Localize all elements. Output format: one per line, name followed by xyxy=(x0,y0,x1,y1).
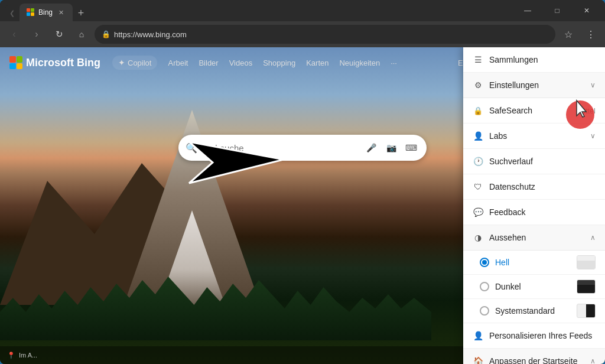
microsoft-logo xyxy=(9,56,22,69)
search-container: 🔍 🎤 📷 ⌨ xyxy=(178,135,427,161)
systemstandard-preview xyxy=(577,304,596,318)
personalisieren-icon: 👤 xyxy=(473,330,483,341)
maximize-button[interactable]: □ xyxy=(544,1,571,20)
radio-hell xyxy=(480,258,489,267)
datenschutz-icon: 🛡 xyxy=(473,181,483,192)
tab-bar: ❮ Bing ✕ + xyxy=(5,0,514,21)
labs-chevron: ∨ xyxy=(590,132,596,140)
search-input[interactable] xyxy=(202,143,358,153)
anpassen-label: Anpassen der Startseite xyxy=(489,356,584,364)
red-circle-indicator xyxy=(566,100,594,129)
copilot-label: Copilot xyxy=(128,58,151,67)
status-text: Im A... xyxy=(19,352,37,359)
nav-shopping[interactable]: Shopping xyxy=(263,58,295,67)
nav-more[interactable]: ··· xyxy=(391,58,397,67)
browser-window: ❮ Bing ✕ + — □ ✕ xyxy=(0,0,605,364)
tab-close-button[interactable]: ✕ xyxy=(56,8,66,17)
datenschutz-label: Datenschutz xyxy=(489,182,596,191)
nav-arbeit[interactable]: Arbeit xyxy=(168,58,188,67)
personalisieren-label: Personalisieren Ihres Feeds xyxy=(489,331,596,340)
hell-label: Hell xyxy=(495,258,571,267)
logo-sq1 xyxy=(9,56,16,63)
radio-dunkel xyxy=(480,282,489,291)
window-controls: — □ ✕ xyxy=(514,1,600,20)
dunkel-label: Dunkel xyxy=(495,282,571,291)
close-button[interactable]: ✕ xyxy=(573,1,600,20)
tab-active[interactable]: Bing ✕ xyxy=(19,4,73,21)
appearance-dunkel[interactable]: Dunkel xyxy=(463,275,605,299)
dunkel-preview xyxy=(577,280,596,294)
menu-item-aussehen[interactable]: ◑ Aussehen ∧ xyxy=(463,225,605,251)
labs-icon: 👤 xyxy=(473,131,483,141)
einstellungen-label: Einstellungen xyxy=(489,80,584,90)
address-bar: ‹ › ↻ ⌂ 🔒 https://www.bing.com ☆ ⋮ xyxy=(0,21,605,47)
refresh-button[interactable]: ↻ xyxy=(50,25,69,44)
search-actions: 🎤 📷 ⌨ xyxy=(363,139,419,156)
minimize-button[interactable]: — xyxy=(514,1,541,20)
more-button[interactable]: ⋮ xyxy=(581,25,600,44)
forward-button[interactable]: › xyxy=(27,25,46,44)
einstellungen-icon: ⚙ xyxy=(473,80,483,90)
favorites-button[interactable]: ☆ xyxy=(559,25,578,44)
logo-sq2 xyxy=(17,56,23,63)
svg-rect-1 xyxy=(31,8,34,12)
svg-rect-0 xyxy=(27,8,30,12)
location-icon: 📍 xyxy=(7,352,15,359)
url-text: https://www.bing.com xyxy=(114,30,187,39)
safesearch-label: SafeSearch xyxy=(489,106,571,115)
nav-videos[interactable]: Videos xyxy=(229,58,253,67)
page-content: Microsoft Bing ✦ Copilot Arbeit Bilder V… xyxy=(0,47,605,364)
lock-icon: 🔒 xyxy=(102,30,110,38)
appearance-systemstandard[interactable]: Systemstandard xyxy=(463,299,605,323)
aussehen-icon: ◑ xyxy=(473,232,483,243)
systemstandard-label: Systemstandard xyxy=(495,306,571,316)
suchverlauf-label: Suchverlauf xyxy=(489,157,596,166)
nav-karten[interactable]: Karten xyxy=(306,58,328,67)
aussehen-chevron: ∧ xyxy=(590,233,596,242)
tab-favicon xyxy=(27,8,35,17)
search-box[interactable]: 🔍 🎤 📷 ⌨ xyxy=(178,135,427,161)
feedback-label: Feedback xyxy=(489,207,596,217)
hell-preview xyxy=(577,255,596,269)
sammlungen-icon: ☰ xyxy=(473,54,483,65)
menu-item-feedback[interactable]: 💬 Feedback xyxy=(463,200,605,225)
sammlungen-label: Sammlungen xyxy=(489,55,596,64)
feedback-icon: 💬 xyxy=(473,207,483,217)
nav-neuigkeiten[interactable]: Neuigkeiten xyxy=(339,58,380,67)
title-bar: ❮ Bing ✕ + — □ ✕ xyxy=(0,0,605,21)
copilot-button[interactable]: ✦ Copilot xyxy=(112,56,157,70)
image-search-button[interactable]: 📷 xyxy=(383,139,399,156)
tab-inactive[interactable]: ❮ xyxy=(5,5,19,21)
home-button[interactable]: ⌂ xyxy=(72,25,91,44)
menu-item-datenschutz[interactable]: 🛡 Datenschutz xyxy=(463,174,605,200)
status-bar: 📍 Im A... xyxy=(0,346,463,364)
menu-item-suchverlauf[interactable]: 🕐 Suchverlauf xyxy=(463,149,605,174)
svg-rect-2 xyxy=(27,12,30,16)
nav-bilder[interactable]: Bilder xyxy=(199,58,218,67)
copilot-icon: ✦ xyxy=(118,58,125,67)
dropdown-menu: ☰ Sammlungen ⚙ Einstellungen ∨ 🔒 SafeSea… xyxy=(463,47,605,364)
menu-item-sammlungen[interactable]: ☰ Sammlungen xyxy=(463,47,605,73)
logo-text: Microsoft Bing xyxy=(26,57,100,69)
anpassen-icon: 🏠 xyxy=(473,356,483,364)
keyboard-button[interactable]: ⌨ xyxy=(403,139,419,156)
svg-rect-3 xyxy=(31,12,34,16)
menu-item-anpassen[interactable]: 🏠 Anpassen der Startseite ∧ xyxy=(463,349,605,364)
voice-search-button[interactable]: 🎤 xyxy=(363,139,379,156)
tab-title: Bing xyxy=(38,8,53,17)
search-icon: 🔍 xyxy=(186,142,197,154)
new-tab-button[interactable]: + xyxy=(73,5,89,21)
bing-nav: ✦ Copilot Arbeit Bilder Videos Shopping … xyxy=(112,56,446,70)
aussehen-label: Aussehen xyxy=(489,233,584,242)
appearance-hell[interactable]: Hell xyxy=(463,251,605,275)
einstellungen-chevron: ∨ xyxy=(590,81,596,89)
bing-logo[interactable]: Microsoft Bing xyxy=(9,56,100,69)
menu-item-einstellungen[interactable]: ⚙ Einstellungen ∨ xyxy=(463,73,605,98)
menu-item-personalisieren[interactable]: 👤 Personalisieren Ihres Feeds xyxy=(463,323,605,349)
logo-sq3 xyxy=(9,63,16,70)
labs-label: Labs xyxy=(489,131,584,141)
safesearch-icon: 🔒 xyxy=(473,105,483,116)
back-button[interactable]: ‹ xyxy=(5,25,24,44)
radio-systemstandard xyxy=(480,306,489,316)
url-bar[interactable]: 🔒 https://www.bing.com xyxy=(95,25,555,44)
